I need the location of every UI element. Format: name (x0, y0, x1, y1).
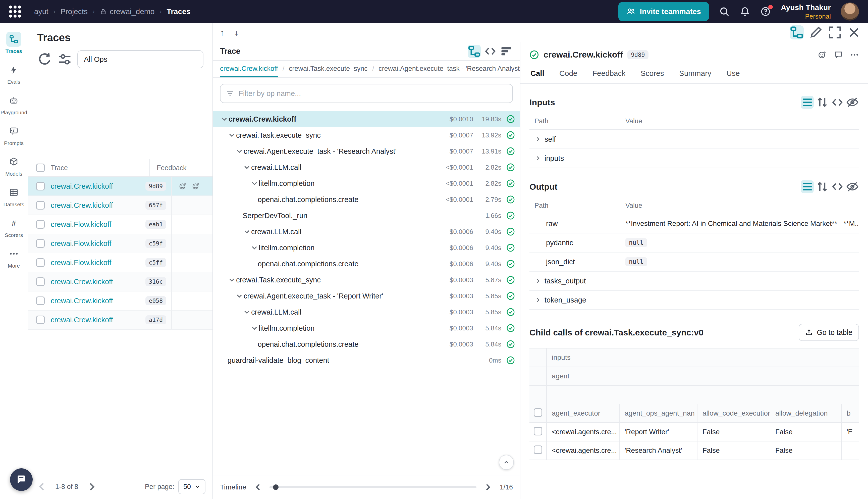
chevron-down-icon[interactable] (220, 115, 228, 123)
op-name-filter-input[interactable] (239, 89, 507, 98)
trace-tree-node[interactable]: crewai.LLM.call$0.00069.40s (213, 223, 520, 240)
sidebar-item-evals[interactable]: Evals (0, 60, 28, 87)
chevron-right-icon[interactable] (534, 136, 542, 143)
object-row[interactable]: raw**Investment Report: AI in Chemical a… (530, 214, 859, 233)
code-view-icon[interactable] (831, 96, 844, 109)
call-path-tab[interactable]: crewai.Crew.kickoff (220, 61, 278, 77)
row-checkbox[interactable] (534, 427, 542, 436)
chevron-down-icon[interactable] (235, 292, 244, 300)
fullscreen-icon[interactable] (828, 25, 842, 39)
row-checkbox[interactable] (534, 446, 542, 454)
call-path-tab[interactable]: crewai.Task.execute_sync (289, 61, 368, 77)
trace-tree-node[interactable]: crewai.LLM.call<$0.00012.82s (213, 159, 520, 175)
select-all-checkbox[interactable] (534, 408, 542, 417)
tree-view-toggle-icon[interactable] (790, 25, 804, 39)
trace-tree-node[interactable]: crewai.Agent.execute_task - 'Report Writ… (213, 288, 520, 304)
edit-icon[interactable] (809, 25, 823, 39)
timeline-prev-icon[interactable] (252, 482, 263, 493)
trace-name-link[interactable]: crewai.Crew.kickoff (51, 182, 141, 191)
trace-name-link[interactable]: crewai.Flow.kickoff (51, 240, 141, 248)
sidebar-item-playground[interactable]: Playground (0, 90, 28, 118)
trace-name-link[interactable]: crewai.Crew.kickoff (51, 316, 141, 324)
object-row[interactable]: self (530, 130, 859, 149)
per-page-select[interactable]: 50 (178, 479, 206, 494)
prev-page-button[interactable] (35, 480, 48, 493)
code-view-icon[interactable] (484, 45, 497, 58)
row-checkbox[interactable] (36, 239, 45, 248)
chevron-down-icon[interactable] (227, 131, 236, 139)
trace-tree-node[interactable]: guardrail-validate_blog_content0ms (213, 352, 520, 368)
trace-name-link[interactable]: crewai.Crew.kickoff (51, 278, 141, 286)
search-icon[interactable] (719, 6, 730, 17)
trace-name-link[interactable]: crewai.Flow.kickoff (51, 258, 141, 267)
tab-code[interactable]: Code (558, 64, 579, 83)
add-negative-reaction-icon[interactable] (192, 182, 200, 190)
row-checkbox[interactable] (36, 258, 45, 267)
trace-tree-node[interactable]: crewai.Task.execute_sync$0.000713.92s (213, 127, 520, 143)
tab-use[interactable]: Use (726, 64, 741, 83)
invite-teammates-button[interactable]: Invite teammates (618, 2, 709, 21)
table-row[interactable]: <crewai.agents.cre...'Report Writer'Fals… (530, 423, 859, 441)
call-path-tab[interactable]: crewai.Agent.execute_task - 'Research An… (379, 61, 520, 77)
timeline-slider[interactable] (270, 486, 477, 488)
trace-tree-node[interactable]: SerperDevTool._run1.66s (213, 208, 520, 223)
trace-tree-node[interactable]: openai.chat.completions.create$0.00069.4… (213, 256, 520, 272)
breadcrumb-project[interactable]: crewai_demo (100, 7, 154, 16)
code-view-icon[interactable] (831, 180, 844, 193)
table-row[interactable]: crewai.Crew.kickoff657f (28, 196, 212, 215)
select-all-checkbox[interactable] (36, 163, 45, 172)
object-row[interactable]: pydanticnull (530, 233, 859, 253)
sidebar-item-prompts[interactable]: Prompts (0, 121, 28, 149)
table-row[interactable]: crewai.Crew.kickoff9d89 (28, 177, 212, 196)
chevron-down-icon[interactable] (235, 147, 244, 156)
chevron-down-icon[interactable] (250, 179, 259, 188)
chevron-right-icon[interactable] (534, 155, 542, 162)
list-view-icon[interactable] (801, 96, 814, 109)
flamegraph-view-icon[interactable] (500, 45, 513, 58)
chevron-down-icon[interactable] (243, 308, 251, 316)
trace-tree-node[interactable]: crewai.LLM.call$0.00035.85s (213, 304, 520, 320)
hide-values-icon[interactable] (846, 96, 859, 109)
avatar[interactable] (841, 2, 859, 21)
ops-filter-dropdown[interactable]: All Ops (77, 50, 203, 68)
table-row[interactable]: <crewai.agents.cre...'Research Analyst'F… (530, 441, 859, 460)
add-positive-reaction-icon[interactable] (179, 182, 187, 190)
expand-collapse-icon[interactable] (816, 180, 829, 193)
row-checkbox[interactable] (36, 277, 45, 286)
object-row[interactable]: json_dictnull (530, 253, 859, 272)
object-row[interactable]: tasks_output (530, 272, 859, 291)
previous-call-arrow-icon[interactable]: ↑ (220, 28, 224, 37)
sidebar-item-more[interactable]: More (0, 244, 28, 271)
breadcrumb-projects[interactable]: Projects (61, 7, 88, 16)
chevron-down-icon[interactable] (250, 324, 259, 332)
row-checkbox[interactable] (36, 182, 45, 191)
object-row[interactable]: token_usage (530, 291, 859, 310)
help-menu[interactable] (760, 6, 771, 17)
notifications-bell-icon[interactable] (740, 6, 750, 17)
row-checkbox[interactable] (36, 316, 45, 324)
row-checkbox[interactable] (36, 201, 45, 209)
close-icon[interactable] (847, 25, 861, 39)
refresh-button[interactable] (37, 52, 52, 67)
tab-scores[interactable]: Scores (640, 64, 665, 83)
sidebar-item-scorers[interactable]: #Scorers (0, 213, 28, 241)
chevron-right-icon[interactable] (534, 277, 542, 284)
timeline-slider-handle[interactable] (273, 484, 278, 490)
chevron-down-icon[interactable] (227, 276, 236, 284)
row-checkbox[interactable] (36, 220, 45, 229)
scroll-to-top-button[interactable] (499, 455, 514, 470)
table-row[interactable]: crewai.Crew.kickoff316c (28, 272, 212, 291)
next-page-button[interactable] (85, 480, 98, 493)
trace-tree-node[interactable]: litellm.completion$0.00035.84s (213, 320, 520, 336)
breadcrumb-team[interactable]: ayut (34, 7, 49, 16)
add-reaction-icon[interactable] (818, 50, 827, 59)
go-to-table-button[interactable]: Go to table (799, 324, 859, 341)
tab-call[interactable]: Call (530, 64, 545, 83)
timeline-next-icon[interactable] (483, 482, 494, 493)
trace-tree-node[interactable]: crewai.Task.execute_sync$0.00035.87s (213, 272, 520, 288)
chevron-down-icon[interactable] (243, 227, 251, 236)
table-row[interactable]: crewai.Flow.kickoffeab1 (28, 215, 212, 234)
sidebar-item-traces[interactable]: Traces (0, 29, 28, 57)
expand-collapse-icon[interactable] (816, 96, 829, 109)
chevron-right-icon[interactable] (534, 296, 542, 304)
